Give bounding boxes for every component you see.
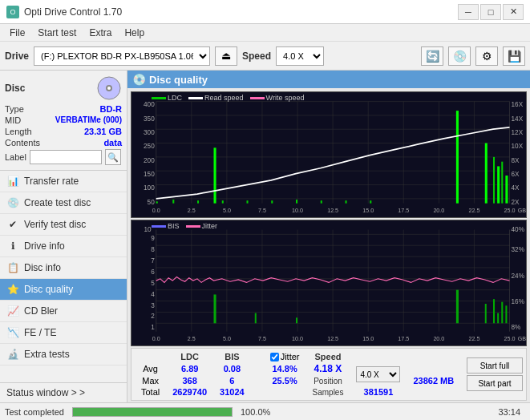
svg-rect-27 — [214, 147, 216, 203]
svg-rect-31 — [321, 200, 322, 203]
nav-item-disc-info[interactable]: 📋 Disc info — [0, 257, 127, 279]
nav-item-transfer-rate[interactable]: 📊 Transfer rate — [0, 171, 127, 192]
svg-text:15.0: 15.0 — [362, 335, 374, 343]
toolbar: Drive (F:) PLEXTOR BD-R PX-LB950SA 1.06 … — [0, 42, 530, 71]
svg-text:0.0: 0.0 — [152, 335, 160, 343]
drive-info-icon: ℹ — [6, 240, 19, 252]
position-value: 23862 MB — [407, 375, 460, 386]
speed-display-value: 4.18 X — [306, 362, 350, 375]
menu-start-test[interactable]: Start test — [31, 26, 83, 40]
svg-rect-35 — [485, 143, 488, 204]
bis-chart: BIS Jitter — [131, 220, 527, 346]
jitter-checkbox[interactable] — [270, 353, 279, 361]
app-icon: O — [6, 6, 19, 18]
start-full-button[interactable]: Start full — [467, 357, 523, 374]
max-ldc: 368 — [166, 375, 213, 386]
svg-text:5.0: 5.0 — [223, 207, 231, 215]
svg-text:2.5: 2.5 — [188, 335, 196, 343]
svg-text:150: 150 — [144, 170, 155, 179]
nav-item-label: Transfer rate — [24, 176, 79, 187]
transfer-rate-icon: 📊 — [6, 175, 19, 188]
jitter-checkbox-label[interactable]: Jitter — [270, 352, 300, 361]
svg-rect-23 — [156, 201, 158, 203]
samples-label: Samples — [306, 386, 350, 398]
menu-extra[interactable]: Extra — [83, 26, 118, 40]
stats-bar: LDC BIS Jitter Speed Avg — [131, 348, 527, 401]
chart1-svg: 50 100 150 200 250 300 350 400 2X 4X 6X … — [131, 92, 526, 217]
start-part-button[interactable]: Start part — [467, 375, 523, 391]
bis-legend-color — [152, 225, 166, 228]
status-window-label: Status window > > — [6, 387, 85, 398]
save-button[interactable]: 💾 — [503, 46, 525, 66]
disc-contents-value: data — [103, 138, 122, 147]
panel-header: 💿 Disc quality — [127, 71, 530, 88]
svg-text:7: 7 — [151, 256, 155, 265]
menu-help[interactable]: Help — [118, 26, 151, 40]
close-button[interactable]: ✕ — [503, 4, 524, 20]
nav-item-extra-tests[interactable]: 🔬 Extra tests — [0, 344, 127, 365]
settings-button[interactable]: ⚙ — [475, 46, 498, 66]
svg-text:15.0: 15.0 — [362, 207, 374, 215]
disc-length-value: 23.31 GB — [84, 127, 122, 136]
samples-value: 381591 — [350, 386, 407, 398]
svg-text:16X: 16X — [512, 100, 524, 109]
nav-item-cd-bler[interactable]: 📈 CD Bler — [0, 301, 127, 322]
svg-text:12.5: 12.5 — [327, 335, 338, 343]
svg-text:22.5: 22.5 — [468, 207, 479, 215]
svg-text:4: 4 — [151, 289, 155, 298]
menu-bar: File Start test Extra Help — [0, 24, 530, 42]
avg-jitter: 14.8% — [264, 362, 306, 375]
drive-select[interactable]: (F:) PLEXTOR BD-R PX-LB950SA 1.06 — [34, 46, 210, 66]
nav-item-disc-quality[interactable]: ⭐ Disc quality — [0, 279, 127, 301]
status-text: Test completed — [5, 407, 64, 417]
speed-select[interactable]: 4.0 X — [276, 46, 324, 66]
disc-label-input[interactable] — [30, 150, 102, 164]
jitter-label: Jitter — [281, 352, 300, 361]
avg-ldc: 6.89 — [166, 362, 213, 375]
chart1-legend: LDC Read speed Write speed — [152, 94, 304, 102]
nav-item-label: Disc info — [24, 262, 61, 273]
menu-file[interactable]: File — [3, 26, 31, 40]
total-bis: 31024 — [213, 386, 251, 398]
nav-item-label: Extra tests — [24, 349, 70, 360]
disc-type-label: Type — [5, 104, 24, 114]
svg-text:250: 250 — [144, 142, 155, 151]
nav-item-create-test-disc[interactable]: 💿 Create test disc — [0, 192, 127, 214]
svg-text:7.5: 7.5 — [258, 335, 266, 343]
nav-item-fe-te[interactable]: 📉 FE / TE — [0, 322, 127, 344]
svg-rect-96 — [501, 302, 503, 324]
speed-select-stats[interactable]: 4.0 X — [356, 366, 400, 382]
eject-button[interactable]: ⏏ — [215, 46, 237, 66]
svg-text:100: 100 — [144, 184, 155, 192]
svg-rect-38 — [493, 157, 495, 204]
refresh-button[interactable]: 🔄 — [421, 46, 443, 66]
nav-items: 📊 Transfer rate 💿 Create test disc ✔ Ver… — [0, 171, 127, 365]
svg-text:GB: GB — [518, 335, 526, 343]
svg-text:22.5: 22.5 — [468, 335, 479, 343]
svg-text:16%: 16% — [512, 297, 525, 306]
svg-text:200: 200 — [144, 155, 155, 164]
minimize-button[interactable]: ─ — [458, 4, 479, 20]
nav-item-verify-test-disc[interactable]: ✔ Verify test disc — [0, 214, 127, 236]
panel-title: Disc quality — [149, 74, 208, 86]
max-jitter: 25.5% — [264, 375, 306, 386]
disc-info-panel: Disc Type BD-R MID VERBATIMe (000) Lengt… — [0, 71, 127, 171]
disc-icon — [96, 75, 122, 101]
svg-rect-32 — [346, 200, 347, 203]
svg-rect-95 — [493, 299, 495, 323]
disc-label-button[interactable]: 🔍 — [105, 149, 121, 165]
svg-rect-25 — [197, 200, 199, 203]
burn-button[interactable]: 💿 — [448, 46, 471, 66]
total-ldc: 2629740 — [166, 386, 213, 398]
max-label: Max — [135, 375, 166, 386]
maximize-button[interactable]: □ — [480, 4, 501, 20]
status-window[interactable]: Status window > > — [0, 382, 127, 402]
nav-item-drive-info[interactable]: ℹ Drive info — [0, 236, 127, 257]
progress-percent: 100.0% — [241, 407, 270, 417]
svg-rect-28 — [247, 200, 249, 203]
svg-text:0.0: 0.0 — [152, 207, 160, 215]
ldc-legend-color — [152, 97, 166, 99]
main-layout: Disc Type BD-R MID VERBATIMe (000) Lengt… — [0, 71, 530, 402]
position-label: Position — [306, 375, 350, 386]
svg-text:5: 5 — [151, 278, 155, 287]
